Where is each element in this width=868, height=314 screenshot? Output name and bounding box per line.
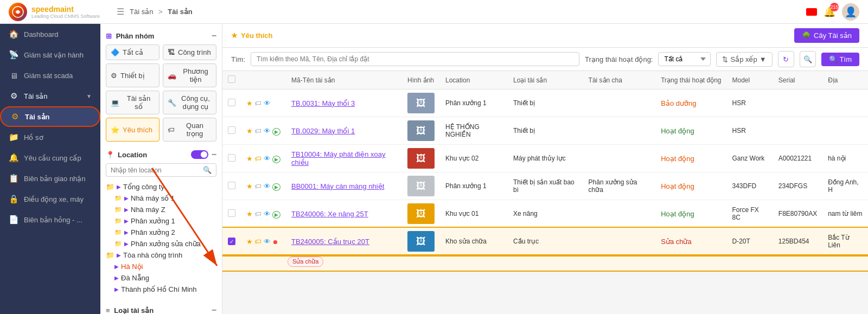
star-action-icon[interactable]: ★ — [246, 238, 253, 246]
sidebar-item-yeu-cau[interactable]: 🔔 Yêu cầu cung cấp — [0, 148, 100, 168]
row-checkbox[interactable] — [228, 99, 235, 106]
tai-san-arrow-icon: ▼ — [86, 93, 92, 99]
folder-icon: 📁 — [114, 195, 122, 202]
tree-nha-may-z[interactable]: 📁 ▶ Nhà máy Z — [114, 204, 216, 215]
tag-action-icon[interactable]: 🏷 — [254, 127, 261, 135]
status-badge: Sửa chữa — [661, 238, 691, 246]
play-action-icon[interactable]: ▶ — [272, 211, 280, 219]
nav-icon: ▶ — [117, 184, 121, 190]
filter-cong-cu[interactable]: 🔧 Công cụ, dụng cụ — [163, 91, 216, 114]
tree-hcm[interactable]: ▶ Thành phố Hồ Chí Minh — [114, 284, 216, 295]
filter-cong-trinh[interactable]: 🏗 Công trình — [163, 44, 216, 60]
star-action-icon[interactable]: ★ — [246, 99, 253, 107]
asset-link[interactable]: TB10004: Máy phát điện xoay chiều — [291, 150, 386, 166]
asset-link[interactable]: BB0001: Máy cán màng nhiệt — [291, 182, 384, 190]
sort-button[interactable]: ⇅ Sắp xếp ▼ — [716, 52, 772, 67]
sidebar-item-ho-so[interactable]: 📁 Hồ sơ — [0, 127, 100, 148]
asset-type-collapse-button[interactable]: − — [212, 306, 216, 314]
status-select[interactable]: Tất cả Hoạt động Bảo dưỡng Sửa chữa — [658, 52, 711, 66]
row-checkbox[interactable] — [228, 182, 235, 189]
flag-icon — [806, 8, 817, 16]
refresh-button[interactable]: ↻ — [778, 51, 794, 67]
user-avatar[interactable]: 👤 — [842, 3, 859, 21]
asset-type-header: ≡ Loại tài sản − — [106, 302, 216, 314]
tag-action-icon[interactable]: 🏷 — [254, 182, 261, 190]
eye-action-icon[interactable]: 👁 — [264, 155, 271, 163]
play-action-icon[interactable]: ▶ — [272, 156, 280, 163]
row-checkbox[interactable] — [228, 154, 235, 162]
sidebar-item-tai-san[interactable]: ⚙ Tài sản — [0, 106, 100, 127]
menu-icon[interactable]: ☰ — [117, 7, 124, 17]
sidebar-item-dieu-dong[interactable]: 🔒 Điều động xe, máy — [0, 189, 100, 209]
location-search-input[interactable] — [111, 166, 200, 174]
sidebar-item-dashboard[interactable]: 🏠 Dashboard — [0, 24, 100, 44]
group-collapse-button[interactable]: − — [212, 31, 216, 40]
sidebar-label-yeu-cau: Yêu cầu cung cấp — [24, 154, 92, 162]
nav-icon: ▶ — [124, 218, 129, 224]
eye-action-icon[interactable]: 👁 — [264, 99, 271, 107]
add-asset-button[interactable]: 🌳 Cây Tài sản — [794, 28, 859, 43]
asset-serial — [773, 89, 822, 117]
notification-button[interactable]: 🔔 215 — [824, 6, 835, 18]
asset-parent — [583, 228, 656, 255]
play-action-icon[interactable]: ▶ — [272, 128, 280, 136]
logo-text: speedmaint Leading Cloud CMMS Software — [31, 5, 100, 19]
breadcrumb-root[interactable]: Tài sản — [130, 8, 153, 16]
sidebar-item-scada[interactable]: 🖥 Giám sát scada — [0, 65, 100, 86]
filter-phuong-tien-icon: 🚗 — [168, 72, 176, 80]
sidebar-label-dieu-dong: Điều động xe, máy — [24, 195, 92, 203]
filter-cong-trinh-label: Công trình — [178, 48, 211, 56]
play-action-icon[interactable]: ▶ — [272, 183, 280, 191]
tag-action-icon[interactable]: 🏷 — [254, 155, 261, 163]
filter-quan-trong[interactable]: 🏷 Quan trọng — [163, 118, 216, 142]
asset-location: Khu vực 02 — [440, 145, 508, 172]
tree-toa-nha[interactable]: 📁 ▶ Tòa nhà công trình — [106, 249, 216, 261]
eye-action-icon[interactable]: 👁 — [264, 210, 271, 218]
filter-phuong-tien[interactable]: 🚗 Phương tiện — [163, 63, 216, 87]
tag-action-icon[interactable]: 🏷 — [254, 210, 261, 218]
sidebar-item-giam-sat-van-hanh[interactable]: 📡 Giám sát vận hành — [0, 44, 100, 65]
asset-link[interactable]: TB.0029: Máy thổi 1 — [291, 127, 355, 135]
filter-button[interactable]: 🔍 — [800, 51, 816, 67]
sidebar-item-bien-ban-giao[interactable]: 📋 Biên bản giao nhận — [0, 168, 100, 189]
col-hinh-anh: Hình ảnh — [402, 71, 440, 89]
eye-action-icon[interactable]: 👁 — [264, 127, 271, 135]
folder-icon: 📁 — [114, 206, 122, 213]
row-checkbox[interactable] — [228, 126, 235, 134]
search-button[interactable]: 🔍 Tìm — [821, 53, 859, 66]
row-checkbox[interactable]: ✓ — [228, 238, 235, 245]
select-all-checkbox[interactable] — [228, 75, 235, 83]
search-input[interactable] — [251, 52, 579, 66]
filter-all[interactable]: 🔷 Tất cả — [106, 44, 159, 60]
tag-action-icon[interactable]: 🏷 — [254, 99, 261, 107]
filter-yeu-thich[interactable]: ⭐ Yêu thích — [106, 118, 159, 142]
tree-da-nang[interactable]: ▶ Đà Nẵng — [114, 272, 216, 284]
star-action-icon[interactable]: ★ — [246, 182, 253, 190]
rec-action-icon[interactable]: ⏺ — [272, 239, 278, 245]
asset-serial: F8E80790AX — [773, 200, 822, 228]
asset-parent — [583, 89, 656, 117]
star-action-icon[interactable]: ★ — [246, 210, 253, 218]
tree-phan-xuong-2[interactable]: 📁 ▶ Phân xưởng 2 — [114, 227, 216, 238]
row-checkbox[interactable] — [228, 209, 235, 217]
tree-nha-may-1[interactable]: 📁 ▶ Nhà máy số 1 — [114, 193, 216, 204]
asset-link[interactable]: TB240006: Xe nâng 25T — [291, 210, 368, 218]
tag-action-icon[interactable]: 🏷 — [254, 238, 261, 246]
tree-phan-xuong-1[interactable]: 📁 ▶ Phân xưởng 1 — [114, 215, 216, 227]
filter-tai-san-so[interactable]: 💻 Tài sản số — [106, 91, 159, 114]
star-action-icon[interactable]: ★ — [246, 155, 253, 163]
asset-model: 343DFD — [727, 172, 773, 200]
sidebar-item-tai-san-parent[interactable]: ⚙ Tài sản ▼ — [0, 86, 100, 106]
asset-link[interactable]: TB.0031: Máy thổi 3 — [291, 99, 355, 107]
sidebar-item-bien-ban-hong[interactable]: 📄 Biên bản hỏng - ... — [0, 209, 100, 230]
location-toggle[interactable] — [191, 150, 208, 159]
tree-phan-xuong-sua-chua[interactable]: 📁 ▶ Phân xưởng sửa chữa — [114, 238, 216, 249]
star-action-icon[interactable]: ★ — [246, 127, 253, 135]
location-collapse-button[interactable]: − — [212, 150, 216, 159]
tree-tong-cong-ty[interactable]: 📁 ▶ Tổng công ty — [106, 181, 216, 193]
asset-link[interactable]: TB240005: Cầu trục 20T — [291, 238, 369, 246]
filter-thiet-bi[interactable]: ⚙ Thiết bị — [106, 63, 159, 87]
tree-ha-noi[interactable]: ▶ Hà Nội — [114, 261, 216, 272]
eye-action-icon[interactable]: 👁 — [264, 182, 271, 190]
eye-action-icon[interactable]: 👁 — [264, 238, 271, 246]
